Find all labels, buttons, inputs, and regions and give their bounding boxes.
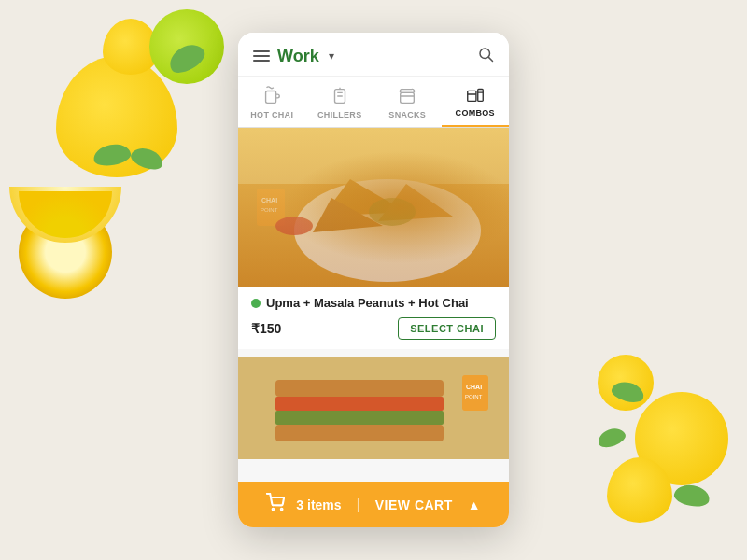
leaf-decoration-2: [129, 145, 166, 174]
food-card-1: CHAI POINT Upma + Masala Peanuts + Hot C…: [238, 128, 509, 349]
svg-text:POINT: POINT: [465, 394, 483, 399]
svg-marker-15: [313, 198, 383, 232]
svg-rect-23: [275, 380, 444, 397]
lemon-half-decoration: [9, 187, 121, 243]
lemon-right-3: [598, 355, 654, 411]
svg-rect-24: [275, 397, 444, 411]
sandwich-image: CHAI POINT: [238, 357, 509, 459]
svg-point-31: [281, 509, 283, 511]
tab-hot-chai-label: HOT CHAI: [250, 110, 293, 119]
svg-rect-25: [275, 411, 444, 425]
food-price-1: ₹150: [251, 321, 281, 336]
tab-snacks-label: SNACKS: [388, 110, 426, 119]
svg-text:CHAI: CHAI: [261, 197, 277, 203]
tab-hot-chai[interactable]: HOT CHAI: [238, 86, 306, 127]
leaf-decoration-3: [92, 142, 132, 169]
app-header: Work ▾: [238, 33, 509, 77]
tab-combos-label: COMBOS: [456, 108, 495, 118]
tab-chillers[interactable]: CHILLERS: [306, 86, 374, 127]
lemon-right-2: [607, 457, 672, 523]
svg-point-16: [369, 198, 416, 226]
svg-rect-26: [275, 425, 444, 441]
veg-indicator-1: [251, 299, 261, 308]
svg-rect-2: [266, 91, 276, 104]
sandwich-svg: CHAI POINT: [238, 357, 509, 459]
lemon-decoration: [56, 56, 177, 177]
food-image-2: CHAI POINT: [238, 357, 509, 459]
tab-chillers-label: CHILLERS: [317, 110, 361, 119]
lemon-right-1: [635, 392, 728, 485]
header-left: Work ▾: [253, 47, 334, 66]
svg-rect-17: [257, 189, 285, 226]
leaf-right-1: [610, 379, 646, 405]
svg-rect-27: [462, 375, 488, 411]
lime-decoration: [149, 9, 224, 84]
category-tabs: HOT CHAI CHILLERS SNACKS: [238, 77, 509, 128]
lemon-slice-decoration: [19, 205, 112, 299]
cart-divider: |: [357, 497, 360, 513]
samosa-svg: CHAI POINT: [238, 128, 509, 287]
view-cart-button[interactable]: VIEW CART: [375, 497, 453, 512]
cart-items-count: 3 items: [296, 497, 341, 512]
chillers-icon: [330, 86, 350, 106]
location-title[interactable]: Work: [277, 47, 319, 66]
leaf-right-2: [596, 425, 627, 450]
svg-rect-8: [468, 91, 476, 101]
svg-rect-9: [478, 90, 484, 102]
menu-icon[interactable]: [253, 50, 270, 62]
content-area[interactable]: CHAI POINT Upma + Masala Peanuts + Hot C…: [238, 128, 509, 482]
leaf-decoration-1: [164, 39, 208, 78]
food-name-1: Upma + Masala Peanuts + Hot Chai: [266, 296, 469, 310]
svg-rect-10: [238, 128, 509, 287]
select-chai-button-1[interactable]: SELECT CHAI: [398, 317, 496, 340]
food-card-2: CHAI POINT: [238, 357, 509, 459]
lemon-decoration-small: [103, 19, 159, 75]
dropdown-icon[interactable]: ▾: [329, 49, 334, 63]
svg-point-20: [275, 217, 313, 235]
tab-snacks[interactable]: SNACKS: [374, 86, 442, 127]
svg-point-12: [294, 179, 481, 282]
svg-line-1: [488, 57, 492, 61]
svg-marker-13: [322, 179, 406, 217]
food-details-1: Upma + Masala Peanuts + Hot Chai ₹150 SE…: [238, 287, 509, 349]
svg-rect-11: [238, 184, 509, 287]
svg-text:CHAI: CHAI: [466, 384, 482, 390]
food-price-row-1: ₹150 SELECT CHAI: [251, 317, 496, 340]
samosa-image: CHAI POINT: [238, 128, 509, 287]
svg-rect-7: [401, 92, 415, 103]
svg-point-30: [273, 509, 275, 511]
leaf-right-3: [672, 483, 711, 509]
phone-frame: Work ▾ HOT CHAI C: [238, 33, 509, 527]
svg-text:POINT: POINT: [261, 207, 278, 213]
search-button[interactable]: [477, 46, 494, 66]
food-name-row-1: Upma + Masala Peanuts + Hot Chai: [251, 296, 496, 310]
cart-bar[interactable]: 3 items | VIEW CART ▲: [238, 482, 509, 527]
snacks-icon: [397, 86, 417, 106]
cart-icon: [266, 493, 285, 516]
svg-marker-14: [378, 184, 453, 221]
cart-chevron-icon: ▲: [468, 497, 481, 512]
tab-combos[interactable]: COMBOS: [442, 84, 510, 127]
combos-icon: [465, 84, 486, 105]
hot-chai-icon: [261, 86, 282, 106]
food-image-1: CHAI POINT: [238, 128, 509, 287]
